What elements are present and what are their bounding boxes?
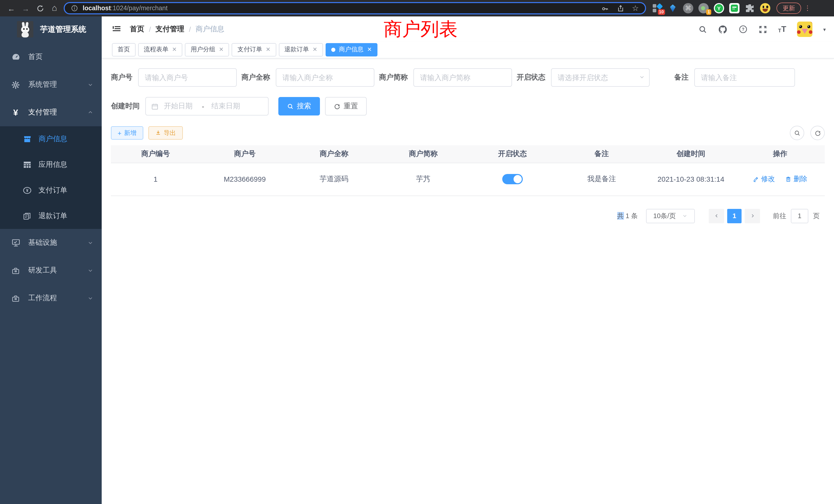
close-icon[interactable]: ✕ (312, 46, 317, 53)
payment-submenu: 商户信息 应用信息 (0, 126, 102, 229)
sidebar-item-system[interactable]: 系统管理 (0, 71, 102, 98)
tab-pay-order[interactable]: 支付订单✕ (232, 43, 276, 56)
tab-refund-order[interactable]: 退款订单✕ (279, 43, 323, 56)
extension-chat-icon[interactable] (729, 3, 740, 13)
edit-link[interactable]: 修改 (753, 175, 775, 184)
sidebar-item-app-info[interactable]: 应用信息 (0, 152, 102, 178)
table-row: 1 M233666999 芋道源码 芋艿 我是备注 2021-10-23 08:… (111, 163, 825, 196)
svg-text:¥: ¥ (26, 188, 28, 193)
cell-merchant-no: M233666999 (200, 163, 290, 196)
bookmark-star-icon[interactable]: ☆ (632, 4, 639, 13)
browser-home-icon[interactable]: ⌂ (47, 1, 62, 16)
sidebar-item-payment[interactable]: ¥ 支付管理 (0, 98, 102, 126)
user-avatar[interactable] (797, 22, 812, 37)
col-remark: 备注 (557, 145, 646, 163)
sidebar-item-workflow[interactable]: 工作流程 (0, 284, 102, 312)
table-header-row: 商户编号 商户号 商户全称 商户简称 开启状态 备注 创建时间 操作 (111, 145, 825, 163)
reset-button[interactable]: 重置 (325, 97, 367, 115)
plus-icon: + (117, 130, 122, 136)
fullscreen-icon[interactable] (759, 25, 767, 33)
avatar-caret-icon[interactable]: ▾ (823, 26, 826, 32)
sidebar-item-refund-order[interactable]: 退款订单 (0, 203, 102, 229)
close-icon[interactable]: ✕ (172, 46, 177, 53)
tab-merchant-info[interactable]: 商户信息✕ (326, 43, 377, 56)
sidebar-toggle-icon[interactable] (112, 25, 121, 34)
next-page-button[interactable] (745, 209, 760, 223)
delete-link[interactable]: 删除 (785, 175, 807, 184)
help-icon[interactable]: ? (739, 25, 748, 34)
extension-yudao-icon[interactable]: Y (714, 3, 724, 13)
chevron-down-icon (639, 74, 645, 80)
remark-input[interactable] (694, 68, 795, 87)
sidebar-item-dev-tools[interactable]: 研发工具 (0, 257, 102, 284)
browser-update-button[interactable]: 更新 (776, 3, 801, 14)
address-bar[interactable]: localhost:1024/pay/merchant ☆ (64, 2, 646, 14)
export-button[interactable]: 导出 (148, 126, 182, 140)
chevron-down-icon (87, 268, 93, 274)
status-select[interactable] (551, 68, 650, 87)
extension-profile-icon[interactable]: 1 (698, 3, 709, 13)
active-dot-icon (331, 47, 335, 51)
sidebar-item-merchant-info[interactable]: 商户信息 (0, 126, 102, 152)
tab-process-form[interactable]: 流程表单✕ (138, 43, 182, 56)
search-icon[interactable] (698, 25, 707, 33)
page-annotation: 商户列表 (383, 17, 458, 42)
dashboard-icon (11, 52, 21, 62)
col-merchant-id: 商户编号 (111, 145, 200, 163)
github-icon[interactable] (718, 24, 728, 34)
extension-command-icon[interactable]: ⌘ (683, 3, 693, 13)
url-text[interactable]: localhost:1024/pay/merchant (83, 5, 601, 12)
table-toolbar: + 新增 导出 (111, 126, 825, 140)
chevron-up-icon (87, 109, 93, 115)
prev-page-button[interactable] (709, 209, 724, 223)
share-icon[interactable] (616, 4, 624, 12)
search-button[interactable]: 搜索 (278, 97, 320, 115)
site-info-icon[interactable] (71, 5, 78, 12)
merchant-no-input[interactable] (138, 68, 237, 87)
password-key-icon[interactable] (601, 4, 609, 12)
font-size-icon[interactable]: TT (778, 25, 786, 33)
full-name-input[interactable] (276, 68, 374, 87)
sidebar-item-pay-order[interactable]: ¥ 支付订单 (0, 178, 102, 203)
tab-home[interactable]: 首页 (112, 43, 136, 56)
status-toggle[interactable] (502, 174, 523, 184)
cell-short-name: 芋艿 (379, 163, 468, 196)
sidebar-item-home[interactable]: 首页 (0, 43, 102, 71)
extension-blocks-icon[interactable]: 10 (652, 3, 662, 13)
breadcrumb-home[interactable]: 首页 (130, 25, 144, 34)
extension-emoji-icon[interactable] (760, 3, 770, 13)
filter-merchant-no: 商户号 (111, 68, 237, 87)
browser-reload-icon[interactable] (33, 1, 47, 16)
main-area: 商户列表 首页 / 支付管理 / 商户信息 (102, 17, 834, 504)
close-icon[interactable]: ✕ (219, 46, 223, 53)
page-size-select[interactable]: 10条/页 (646, 209, 695, 223)
breadcrumb-payment[interactable]: 支付管理 (156, 25, 184, 34)
rabbit-logo-icon (17, 21, 34, 38)
browser-forward-icon[interactable]: → (19, 1, 33, 16)
extension-kite-icon[interactable] (667, 3, 678, 13)
sidebar-menu: 首页 系统管理 (0, 43, 102, 312)
start-date-placeholder: 开始日期 (164, 101, 193, 111)
tab-user-group[interactable]: 用户分组✕ (185, 43, 229, 56)
date-range-picker[interactable]: 开始日期 - 结束日期 (145, 97, 269, 115)
page-number-1[interactable]: 1 (727, 209, 742, 223)
sidebar-item-infra[interactable]: 基础设施 (0, 229, 102, 257)
chevron-down-icon (682, 213, 688, 219)
yen-circle-icon: ¥ (22, 186, 32, 195)
close-icon[interactable]: ✕ (367, 46, 372, 53)
short-name-input[interactable] (413, 68, 512, 87)
filter-full-name: 商户全称 (241, 68, 374, 87)
download-icon (155, 130, 161, 136)
col-create-time: 创建时间 (646, 145, 736, 163)
yen-icon: ¥ (11, 108, 21, 117)
close-icon[interactable]: ✕ (266, 46, 270, 53)
monitor-icon (11, 238, 21, 247)
toggle-search-button[interactable] (790, 126, 804, 140)
extensions-puzzle-icon[interactable] (745, 3, 755, 13)
goto-page-input[interactable] (791, 209, 808, 223)
breadcrumb-current: 商户信息 (196, 25, 224, 34)
refresh-button[interactable] (810, 126, 825, 140)
browser-back-icon[interactable]: ← (4, 1, 19, 16)
add-button[interactable]: + 新增 (111, 126, 143, 140)
browser-menu-icon[interactable]: ⋮ (804, 6, 810, 11)
